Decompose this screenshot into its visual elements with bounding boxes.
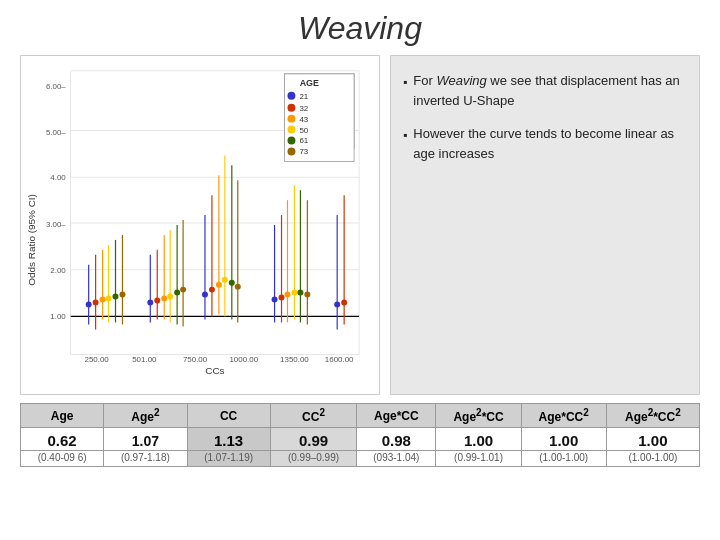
svg-point-97 (287, 126, 295, 134)
val-cc: 1.13 (187, 428, 270, 451)
svg-point-33 (113, 294, 119, 300)
svg-point-101 (287, 147, 295, 155)
val-age-cc2: 1.00 (521, 428, 606, 451)
svg-point-27 (93, 300, 99, 306)
svg-text:Odds Ratio (95% CI): Odds Ratio (95% CI) (26, 194, 37, 286)
ci-age2-cc: (0.99-1.01) (436, 451, 521, 467)
col-age: Age (21, 404, 104, 428)
val-age2: 1.07 (104, 428, 187, 451)
val-cc2: 0.99 (270, 428, 356, 451)
svg-point-55 (222, 277, 228, 283)
svg-point-99 (287, 137, 295, 145)
col-age2-cc: Age2*CC (436, 404, 521, 428)
col-age2: Age2 (104, 404, 187, 428)
svg-point-53 (216, 282, 222, 288)
col-cc: CC (187, 404, 270, 428)
table-values-row: 0.62 1.07 1.13 0.99 0.98 1.00 1.00 1.00 (21, 428, 700, 451)
svg-point-31 (106, 296, 112, 302)
svg-text:CCs: CCs (205, 365, 224, 376)
svg-text:50: 50 (299, 126, 308, 135)
svg-point-57 (229, 280, 235, 286)
ci-cc2: (0.99–0.99) (270, 451, 356, 467)
svg-point-49 (202, 292, 208, 298)
svg-point-59 (235, 284, 241, 290)
svg-text:1000.00: 1000.00 (229, 355, 258, 364)
chart-svg: Odds Ratio (95% CI) 1.00 2.00 3.00– 4.00… (21, 56, 379, 394)
svg-text:3.00–: 3.00– (46, 220, 66, 229)
ci-age-cc2: (1.00-1.00) (521, 451, 606, 467)
svg-point-47 (180, 287, 186, 293)
svg-text:2.00: 2.00 (50, 266, 66, 275)
page-title: Weaving (20, 10, 700, 47)
svg-point-37 (147, 300, 153, 306)
svg-point-91 (287, 92, 295, 100)
svg-point-45 (174, 290, 180, 296)
table-header-row: Age Age2 CC CC2 Age*CC Age2*CC Age*CC2 A… (21, 404, 700, 428)
ci-cc: (1.07-1.19) (187, 451, 270, 467)
svg-point-93 (287, 104, 295, 112)
ci-age-cc: (093-1.04) (357, 451, 436, 467)
svg-text:6.00–: 6.00– (46, 82, 66, 91)
italic-weaving: Weaving (436, 73, 486, 88)
svg-point-71 (304, 292, 310, 298)
bullet-item-2: ▪ However the curve tends to become line… (403, 124, 687, 163)
bullet-text-2: However the curve tends to become linear… (413, 124, 687, 163)
bullet-1: ▪ (403, 73, 407, 110)
val-age-cc: 0.98 (357, 428, 436, 451)
svg-text:250.00: 250.00 (84, 355, 109, 364)
svg-point-25 (86, 302, 92, 308)
svg-point-75 (341, 300, 347, 306)
svg-point-65 (285, 292, 291, 298)
svg-point-43 (167, 294, 173, 300)
svg-text:73: 73 (299, 147, 308, 156)
bullet-text-1: For Weaving we see that displacement has… (413, 71, 687, 110)
stats-table: Age Age2 CC CC2 Age*CC Age2*CC Age*CC2 A… (20, 403, 700, 467)
ci-age: (0.40-09 6) (21, 451, 104, 467)
info-panel: ▪ For Weaving we see that displacement h… (390, 55, 700, 395)
svg-text:1600.00: 1600.00 (325, 355, 354, 364)
col-age-cc: Age*CC (357, 404, 436, 428)
page-container: Weaving Odds Ratio (95% CI) 1.00 2 (0, 0, 720, 540)
svg-text:5.00–: 5.00– (46, 128, 66, 137)
svg-point-61 (272, 297, 278, 303)
table-container: Age Age2 CC CC2 Age*CC Age2*CC Age*CC2 A… (20, 403, 700, 467)
col-age2-cc2: Age2*CC2 (606, 404, 699, 428)
col-cc2: CC2 (270, 404, 356, 428)
svg-text:4.00: 4.00 (50, 173, 66, 182)
chart-container: Odds Ratio (95% CI) 1.00 2.00 3.00– 4.00… (20, 55, 380, 395)
svg-text:AGE: AGE (300, 78, 319, 88)
svg-point-41 (161, 296, 167, 302)
ci-age2-cc2: (1.00-1.00) (606, 451, 699, 467)
svg-text:1350.00: 1350.00 (280, 355, 309, 364)
svg-point-29 (100, 297, 106, 303)
svg-point-35 (119, 292, 125, 298)
svg-point-63 (279, 295, 285, 301)
svg-text:43: 43 (299, 115, 308, 124)
table-ci-row: (0.40-09 6) (0.97-1.18) (1.07-1.19) (0.9… (21, 451, 700, 467)
svg-point-51 (209, 287, 215, 293)
svg-point-39 (154, 298, 160, 304)
svg-text:21: 21 (299, 92, 308, 101)
col-age-cc2: Age*CC2 (521, 404, 606, 428)
svg-point-69 (297, 290, 303, 296)
svg-point-95 (287, 115, 295, 123)
svg-text:61: 61 (299, 136, 308, 145)
bullet-item-1: ▪ For Weaving we see that displacement h… (403, 71, 687, 110)
svg-text:750.00: 750.00 (183, 355, 208, 364)
bullet-2: ▪ (403, 126, 407, 163)
svg-text:1.00: 1.00 (50, 312, 66, 321)
content-area: Odds Ratio (95% CI) 1.00 2.00 3.00– 4.00… (20, 55, 700, 395)
svg-point-67 (291, 290, 297, 296)
val-age2-cc: 1.00 (436, 428, 521, 451)
val-age: 0.62 (21, 428, 104, 451)
ci-age2: (0.97-1.18) (104, 451, 187, 467)
svg-text:501.00: 501.00 (132, 355, 157, 364)
val-age2-cc2: 1.00 (606, 428, 699, 451)
svg-text:32: 32 (299, 104, 308, 113)
svg-point-73 (334, 302, 340, 308)
